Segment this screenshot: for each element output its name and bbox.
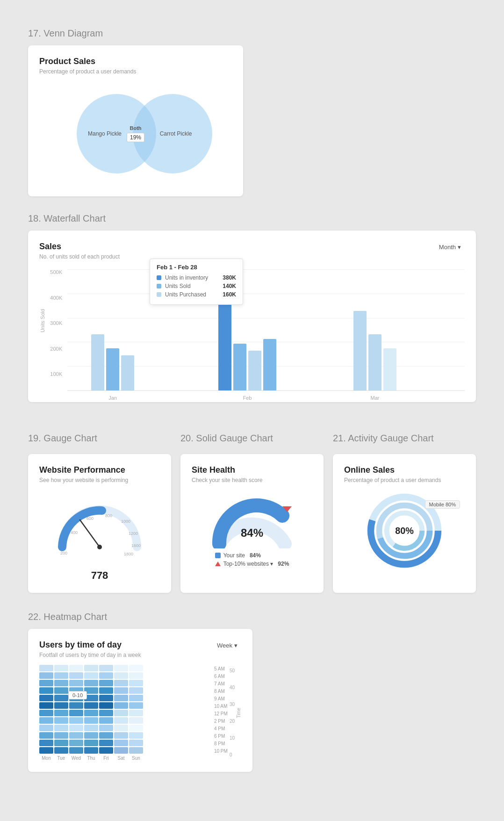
cell-4pm-wed[interactable] [69, 725, 83, 731]
cell-10am-wed[interactable] [69, 702, 83, 709]
cell-7am-thu[interactable] [84, 680, 98, 686]
cell-6pm-sat[interactable] [114, 732, 128, 739]
cell-4pm-mon[interactable] [39, 725, 53, 731]
cell-8am-fri[interactable] [99, 687, 113, 694]
cell-12pm-sat[interactable] [114, 710, 128, 716]
cell-8pm-sat[interactable] [114, 740, 128, 746]
cell-2pm-tue[interactable] [54, 717, 68, 724]
cell-7am-mon[interactable] [39, 680, 53, 686]
cell-6am-mon[interactable] [39, 672, 53, 679]
mar-group: Mar [353, 311, 396, 390]
cell-12pm-sun[interactable] [129, 710, 143, 716]
cell-6pm-mon[interactable] [39, 732, 53, 739]
cell-9am-sun[interactable] [129, 695, 143, 701]
cell-6am-sat[interactable] [114, 672, 128, 679]
cell-10pm-wed[interactable] [69, 747, 83, 754]
cell-8am-sun[interactable] [129, 687, 143, 694]
cell-12pm-mon[interactable] [39, 710, 53, 716]
time-label-8am: 8 AM [214, 687, 228, 695]
cell-5am-sat[interactable] [114, 665, 128, 671]
cell-8pm-thu[interactable] [84, 740, 98, 746]
cell-10am-mon[interactable] [39, 702, 53, 709]
cell-10pm-tue[interactable] [54, 747, 68, 754]
heatmap-row-9am: 0-10 [39, 695, 211, 701]
time-label-4pm: 4 PM [214, 725, 228, 732]
cell-10am-fri[interactable] [99, 702, 113, 709]
cell-8pm-wed[interactable] [69, 740, 83, 746]
cell-10pm-fri[interactable] [99, 747, 113, 754]
cell-4pm-tue[interactable] [54, 725, 68, 731]
cell-8am-sat[interactable] [114, 687, 128, 694]
week-dropdown[interactable]: Week ▾ [213, 640, 241, 651]
cell-8am-tue[interactable] [54, 687, 68, 694]
heatmap-row-5am [39, 665, 211, 671]
cell-10am-tue[interactable] [54, 702, 68, 709]
month-dropdown[interactable]: Month ▾ [435, 242, 465, 252]
legend-row-1: Your site 84% [215, 552, 289, 559]
cell-12pm-wed[interactable] [69, 710, 83, 716]
cell-10am-sun[interactable] [129, 702, 143, 709]
cell-2pm-sat[interactable] [114, 717, 128, 724]
waterfall-chart-area: 500K 400K 300K 200K 100K Units Sold [39, 269, 465, 391]
tooltip-dot-3 [157, 292, 161, 297]
cell-4pm-thu[interactable] [84, 725, 98, 731]
time-label-7am: 7 AM [214, 680, 228, 687]
cell-5am-tue[interactable] [54, 665, 68, 671]
cell-2pm-fri[interactable] [99, 717, 113, 724]
cell-8am-mon[interactable] [39, 687, 53, 694]
cell-5am-mon[interactable] [39, 665, 53, 671]
waterfall-header: Sales No. of units sold of each product … [39, 242, 465, 260]
cell-5am-fri[interactable] [99, 665, 113, 671]
cell-9am-fri[interactable] [99, 695, 113, 701]
cell-6pm-wed[interactable] [69, 732, 83, 739]
cell-4pm-sun[interactable] [129, 725, 143, 731]
cell-9am-mon[interactable] [39, 695, 53, 701]
cell-6am-wed[interactable] [69, 672, 83, 679]
cell-5am-wed[interactable] [69, 665, 83, 671]
waterfall-card-subtitle: No. of units sold of each product [39, 253, 120, 260]
heatmap-header: Users by time of day Footfall of users b… [39, 640, 241, 658]
cell-7am-wed[interactable] [69, 680, 83, 686]
cell-10pm-thu[interactable] [84, 747, 98, 754]
cell-8pm-fri[interactable] [99, 740, 113, 746]
feb-bar-2 [233, 344, 246, 390]
cell-2pm-thu[interactable] [84, 717, 98, 724]
cell-6am-sun[interactable] [129, 672, 143, 679]
cell-6pm-sun[interactable] [129, 732, 143, 739]
venn-both-label: Both [127, 125, 144, 131]
cell-5am-thu[interactable] [84, 665, 98, 671]
cell-6pm-fri[interactable] [99, 732, 113, 739]
cell-10am-thu[interactable] [84, 702, 98, 709]
cell-9am-sat[interactable] [114, 695, 128, 701]
cell-7am-sat[interactable] [114, 680, 128, 686]
cell-12pm-fri[interactable] [99, 710, 113, 716]
venn-left-label: Mango Pickle [86, 130, 123, 137]
y-label-400k: 400K [50, 295, 62, 301]
cell-8pm-tue[interactable] [54, 740, 68, 746]
cell-6am-thu[interactable] [84, 672, 98, 679]
cell-9am-tue[interactable] [54, 695, 68, 701]
cell-8pm-sun[interactable] [129, 740, 143, 746]
cell-2pm-sun[interactable] [129, 717, 143, 724]
cell-7am-tue[interactable] [54, 680, 68, 686]
cell-7am-sun[interactable] [129, 680, 143, 686]
cell-5am-sun[interactable] [129, 665, 143, 671]
cell-12pm-tue[interactable] [54, 710, 68, 716]
cell-8pm-mon[interactable] [39, 740, 53, 746]
cell-7am-fri[interactable] [99, 680, 113, 686]
cell-2pm-wed[interactable] [69, 717, 83, 724]
cell-6am-fri[interactable] [99, 672, 113, 679]
cell-6am-tue[interactable] [54, 672, 68, 679]
gauge-title: Website Performance [39, 465, 160, 475]
cell-4pm-sat[interactable] [114, 725, 128, 731]
cell-10am-sat[interactable] [114, 702, 128, 709]
cell-10pm-sun[interactable] [129, 747, 143, 754]
cell-10pm-mon[interactable] [39, 747, 53, 754]
cell-6pm-tue[interactable] [54, 732, 68, 739]
feb-bar-4 [263, 339, 276, 390]
cell-2pm-mon[interactable] [39, 717, 53, 724]
cell-12pm-thu[interactable] [84, 710, 98, 716]
cell-4pm-fri[interactable] [99, 725, 113, 731]
cell-6pm-thu[interactable] [84, 732, 98, 739]
cell-10pm-sat[interactable] [114, 747, 128, 754]
